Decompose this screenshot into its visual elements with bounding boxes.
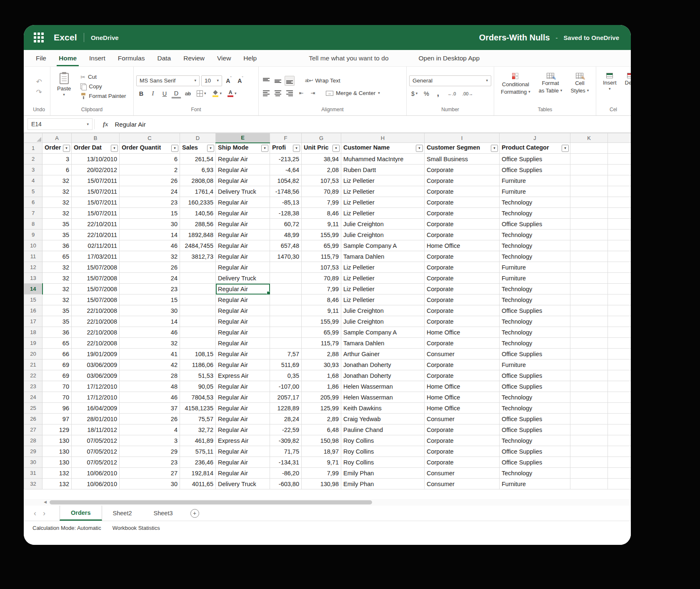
- cell-H15[interactable]: Liz Pelletier: [341, 294, 425, 305]
- cell-G29[interactable]: 18,97: [302, 446, 341, 457]
- cell-H11[interactable]: Tamara Dahlen: [341, 251, 425, 262]
- empty-cell[interactable]: [570, 414, 608, 424]
- cell-F2[interactable]: -213,25: [270, 154, 302, 165]
- cell-C25[interactable]: 37: [120, 403, 180, 414]
- empty-cell[interactable]: [608, 240, 631, 251]
- cell-A24[interactable]: 70: [42, 392, 72, 403]
- cell-G8[interactable]: 9,11: [302, 219, 341, 230]
- row-header-32[interactable]: 32: [24, 479, 42, 489]
- filter-button[interactable]: ▾: [207, 145, 214, 152]
- sheet-tab-sheet3[interactable]: Sheet3: [143, 506, 184, 521]
- cell-C4[interactable]: 26: [120, 175, 180, 186]
- document-title[interactable]: Orders-With Nulls: [479, 33, 550, 42]
- cell-J26[interactable]: Office Supplies: [500, 414, 570, 424]
- empty-cell[interactable]: [570, 446, 608, 457]
- row-header-21[interactable]: 21: [24, 359, 42, 370]
- cell-J3[interactable]: Office Supplies: [500, 165, 570, 175]
- menu-tab-view[interactable]: View: [211, 50, 237, 66]
- field-header-cell[interactable]: Unit Pric▾: [302, 143, 341, 154]
- cell-J30[interactable]: Office Supplies: [500, 457, 570, 468]
- cell-H2[interactable]: Muhammed MacIntyre: [341, 154, 425, 165]
- cell-J21[interactable]: Furniture: [500, 359, 570, 370]
- column-header-g[interactable]: G: [302, 133, 341, 143]
- cell-D19[interactable]: [180, 338, 216, 349]
- cell-J18[interactable]: Technology: [500, 327, 570, 338]
- cell-F3[interactable]: -4,64: [270, 165, 302, 175]
- cell-A17[interactable]: 35: [42, 316, 72, 327]
- cell-H3[interactable]: Ruben Dartt: [341, 165, 425, 175]
- cell-G9[interactable]: 155,99: [302, 230, 341, 240]
- cell-A9[interactable]: 35: [42, 230, 72, 240]
- cell-F27[interactable]: -22,59: [270, 424, 302, 435]
- cell-E13[interactable]: Delivery Truck: [216, 273, 270, 284]
- cell-G13[interactable]: 70,89: [302, 273, 341, 284]
- menu-tab-formulas[interactable]: Formulas: [112, 50, 151, 66]
- align-bottom-button[interactable]: [285, 76, 295, 86]
- cell-F8[interactable]: 60,72: [270, 219, 302, 230]
- font-color-button[interactable]: A▾: [225, 89, 239, 98]
- empty-cell[interactable]: [608, 175, 631, 186]
- cell-J8[interactable]: Office Supplies: [500, 219, 570, 230]
- cell-H14[interactable]: Liz Pelletier: [341, 284, 425, 294]
- row-header-27[interactable]: 27: [24, 424, 42, 435]
- empty-cell[interactable]: [608, 349, 631, 359]
- cell-J28[interactable]: Technology: [500, 435, 570, 446]
- scrollbar-thumb[interactable]: [50, 500, 372, 504]
- increase-indent-button[interactable]: ⇥: [308, 88, 318, 98]
- cell-H13[interactable]: Liz Pelletier: [341, 273, 425, 284]
- insert-cells-button[interactable]: Insert ▾: [599, 69, 621, 105]
- cell-I18[interactable]: Home Office: [425, 327, 500, 338]
- cut-button[interactable]: ✂Cut: [78, 72, 129, 81]
- empty-cell[interactable]: [570, 305, 608, 316]
- cell-H27[interactable]: Pauline Chand: [341, 424, 425, 435]
- cell-E17[interactable]: Regular Air: [216, 316, 270, 327]
- sheet-tab-orders[interactable]: Orders: [60, 506, 102, 521]
- decrease-decimal-button[interactable]: .00→: [460, 89, 475, 99]
- cell-C21[interactable]: 42: [120, 359, 180, 370]
- cell-H5[interactable]: Liz Pelletier: [341, 186, 425, 197]
- cell-H6[interactable]: Liz Pelletier: [341, 197, 425, 208]
- empty-cell[interactable]: [570, 251, 608, 262]
- cell-D22[interactable]: 51,53: [180, 370, 216, 381]
- align-right-button[interactable]: [285, 88, 295, 98]
- row-header-5[interactable]: 5: [24, 186, 42, 197]
- cell-E7[interactable]: Regular Air: [216, 208, 270, 219]
- cell-F25[interactable]: 1228,89: [270, 403, 302, 414]
- cell-B5[interactable]: 15/07/2011: [72, 186, 120, 197]
- cell-B21[interactable]: 03/06/2009: [72, 359, 120, 370]
- cell-C28[interactable]: 3: [120, 435, 180, 446]
- empty-cell[interactable]: [608, 435, 631, 446]
- cell-E27[interactable]: Regular Air: [216, 424, 270, 435]
- fill-handle[interactable]: [267, 291, 270, 294]
- cell-H32[interactable]: Emily Phan: [341, 479, 425, 489]
- cell-E31[interactable]: Regular Air: [216, 468, 270, 479]
- empty-cell[interactable]: [608, 208, 631, 219]
- cell-G2[interactable]: 38,94: [302, 154, 341, 165]
- copy-button[interactable]: Copy: [78, 82, 129, 91]
- accounting-format-button[interactable]: $▾: [409, 89, 420, 98]
- empty-cell[interactable]: [570, 338, 608, 349]
- empty-cell[interactable]: [570, 262, 608, 273]
- cell-I29[interactable]: Corporate: [425, 446, 500, 457]
- cell-F13[interactable]: [270, 273, 302, 284]
- cell-I17[interactable]: Corporate: [425, 316, 500, 327]
- cell-G11[interactable]: 115,79: [302, 251, 341, 262]
- empty-cell[interactable]: [608, 273, 631, 284]
- cell-J6[interactable]: Technology: [500, 197, 570, 208]
- cell-J29[interactable]: Office Supplies: [500, 446, 570, 457]
- column-header-f[interactable]: F: [270, 133, 302, 143]
- name-box[interactable]: E14 ▾: [28, 118, 92, 130]
- cell-D5[interactable]: 1761,4: [180, 186, 216, 197]
- cell-I2[interactable]: Small Business: [425, 154, 500, 165]
- cell-E10[interactable]: Regular Air: [216, 240, 270, 251]
- row-header-4[interactable]: 4: [24, 175, 42, 186]
- cell-A5[interactable]: 32: [42, 186, 72, 197]
- empty-cell[interactable]: [570, 359, 608, 370]
- increase-decimal-button[interactable]: ←.0: [445, 89, 459, 99]
- cell-D27[interactable]: 32,72: [180, 424, 216, 435]
- cell-C2[interactable]: 6: [120, 154, 180, 165]
- empty-cell[interactable]: [570, 186, 608, 197]
- align-top-button[interactable]: [261, 76, 271, 86]
- cell-F17[interactable]: [270, 316, 302, 327]
- redo-button[interactable]: ↷: [33, 87, 45, 97]
